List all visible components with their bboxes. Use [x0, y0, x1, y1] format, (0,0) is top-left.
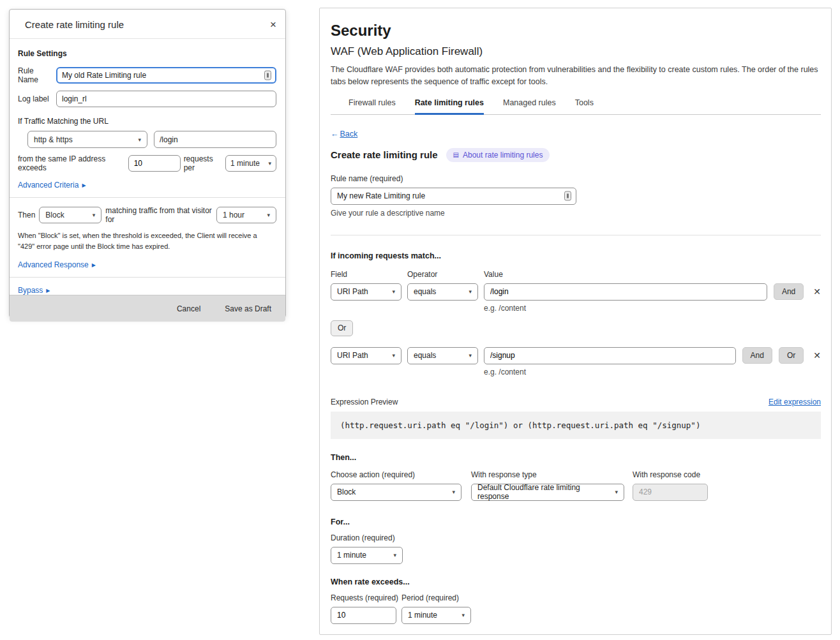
- operator-select-value: equals: [414, 287, 436, 296]
- response-code-input: [633, 484, 708, 501]
- page-subtitle: WAF (Web Application Firewall): [331, 45, 821, 58]
- form-title-row: Create rate limiting rule ▤ About rate l…: [331, 148, 821, 162]
- value-hint: e.g. /content: [484, 304, 821, 313]
- waf-tabs: Firewall rules Rate limiting rules Manag…: [331, 98, 821, 115]
- modal-footer: Cancel Save as Draft: [10, 295, 285, 322]
- divider: [10, 197, 285, 198]
- rule-name-input[interactable]: [56, 67, 276, 84]
- choose-action-label: Choose action (required): [331, 470, 461, 479]
- tab-tools[interactable]: Tools: [575, 98, 594, 114]
- requests-input[interactable]: [331, 607, 396, 624]
- action-select[interactable]: Block ▾: [39, 207, 101, 223]
- close-icon[interactable]: ×: [270, 19, 276, 30]
- value-hint: e.g. /content: [484, 368, 821, 376]
- rule-name-label: Rule name (required): [331, 174, 821, 183]
- requests-column: Requests (required): [331, 593, 396, 624]
- response-code-column: With response code: [633, 470, 708, 501]
- tab-rate-limiting-rules[interactable]: Rate limiting rules: [415, 98, 484, 115]
- chevron-down-icon: ▾: [469, 352, 472, 359]
- advanced-response-link[interactable]: Advanced Response ▶: [18, 260, 276, 269]
- scheme-select[interactable]: http & https ▾: [27, 131, 147, 148]
- about-rate-limiting-rules-badge[interactable]: ▤ About rate limiting rules: [446, 148, 550, 162]
- chevron-down-icon: ▾: [461, 612, 465, 618]
- remove-condition-icon[interactable]: ✕: [813, 350, 821, 361]
- then-row: Choose action (required) Block ▾ With re…: [331, 470, 821, 501]
- chevron-down-icon: ▾: [615, 489, 618, 495]
- value-zone: And ✕: [484, 283, 821, 301]
- bypass-link[interactable]: Bypass ▶: [18, 286, 276, 295]
- url-input-wrap: [154, 131, 276, 148]
- modal-body: Rule Settings Rule Name Log label If Tra…: [10, 39, 285, 295]
- rate-row: Requests (required) Period (required) 1 …: [331, 593, 821, 624]
- chevron-down-icon: ▾: [452, 489, 455, 495]
- operator-column-label: Operator: [407, 270, 478, 279]
- period-select-value: 1 minute: [408, 611, 437, 620]
- duration-label: Duration (required): [331, 533, 821, 542]
- url-input[interactable]: [154, 131, 276, 148]
- exceeds-text: from the same IP address exceeds: [18, 154, 125, 172]
- triangle-right-icon: ▶: [82, 182, 86, 188]
- cancel-button[interactable]: Cancel: [177, 304, 200, 313]
- chevron-down-icon: ▾: [138, 137, 141, 143]
- log-label-input[interactable]: [56, 91, 276, 107]
- block-duration-value: 1 hour: [223, 211, 244, 220]
- operator-select[interactable]: equals ▾: [407, 283, 478, 301]
- page-title: Security: [331, 22, 821, 40]
- save-as-draft-button[interactable]: Save as Draft: [225, 304, 271, 313]
- period-select[interactable]: 1 minute ▾: [225, 155, 276, 172]
- divider: [10, 277, 285, 278]
- requests-input[interactable]: [128, 155, 181, 172]
- operator-select[interactable]: equals ▾: [407, 347, 478, 364]
- then-label: Then: [18, 211, 35, 220]
- value-input[interactable]: [484, 283, 767, 301]
- badge-label: About rate limiting rules: [463, 151, 543, 160]
- edit-expression-link[interactable]: Edit expression: [769, 398, 821, 406]
- requests-per-text: requests per: [184, 154, 222, 172]
- field-select[interactable]: URI Path ▾: [331, 283, 401, 301]
- tab-managed-rules[interactable]: Managed rules: [503, 98, 556, 114]
- security-waf-panel: Security WAF (Web Application Firewall) …: [319, 8, 832, 635]
- divider: [331, 235, 821, 235]
- remove-condition-icon[interactable]: ✕: [813, 287, 821, 297]
- or-button[interactable]: Or: [779, 347, 804, 364]
- autofill-icon[interactable]: [564, 191, 571, 201]
- log-label-label: Log label: [18, 94, 56, 103]
- for-section-title: For...: [331, 517, 821, 526]
- chevron-down-icon: ▾: [268, 160, 271, 167]
- rule-name-input[interactable]: [331, 188, 576, 205]
- autofill-icon[interactable]: [264, 71, 271, 80]
- traffic-match-row: http & https ▾: [27, 131, 276, 148]
- field-select[interactable]: URI Path ▾: [331, 347, 401, 364]
- rule-name-input-wrap: [56, 67, 276, 84]
- requests-label: Requests (required): [331, 593, 396, 602]
- and-button[interactable]: And: [742, 347, 772, 364]
- and-button[interactable]: And: [774, 283, 804, 300]
- match-section-title: If incoming requests match...: [331, 251, 821, 260]
- block-duration-select[interactable]: 1 hour ▾: [216, 207, 276, 223]
- back-link[interactable]: ← Back: [331, 130, 357, 138]
- expression-preview-label: Expression Preview: [331, 398, 398, 406]
- period-column: Period (required) 1 minute ▾: [401, 593, 471, 624]
- response-type-label: With response type: [471, 470, 624, 479]
- response-type-select[interactable]: Default Cloudflare rate limiting respons…: [471, 484, 624, 501]
- back-arrow-icon: ←: [331, 130, 339, 138]
- advanced-criteria-link[interactable]: Advanced Criteria ▶: [18, 181, 276, 190]
- value-column-label: Value: [484, 270, 821, 279]
- log-label-row: Log label: [18, 91, 276, 107]
- triangle-right-icon: ▶: [46, 288, 50, 294]
- period-select-value: 1 minute: [230, 159, 260, 168]
- rule-name-helper: Give your rule a descriptive name: [331, 209, 821, 218]
- action-select[interactable]: Block ▾: [331, 484, 461, 501]
- period-select[interactable]: 1 minute ▾: [401, 607, 471, 624]
- duration-select-value: 1 minute: [337, 551, 366, 560]
- value-input[interactable]: [484, 347, 736, 364]
- tab-firewall-rules[interactable]: Firewall rules: [349, 98, 396, 114]
- chevron-down-icon: ▾: [392, 352, 395, 359]
- duration-select[interactable]: 1 minute ▾: [331, 547, 403, 564]
- or-button[interactable]: Or: [331, 320, 353, 336]
- field-select-value: URI Path: [337, 287, 368, 296]
- expression-code: (http.request.uri.path eq "/login") or (…: [331, 412, 821, 439]
- rule-name-label: Rule Name: [18, 66, 56, 84]
- form-title: Create rate limiting rule: [331, 149, 438, 160]
- triangle-right-icon: ▶: [92, 262, 96, 268]
